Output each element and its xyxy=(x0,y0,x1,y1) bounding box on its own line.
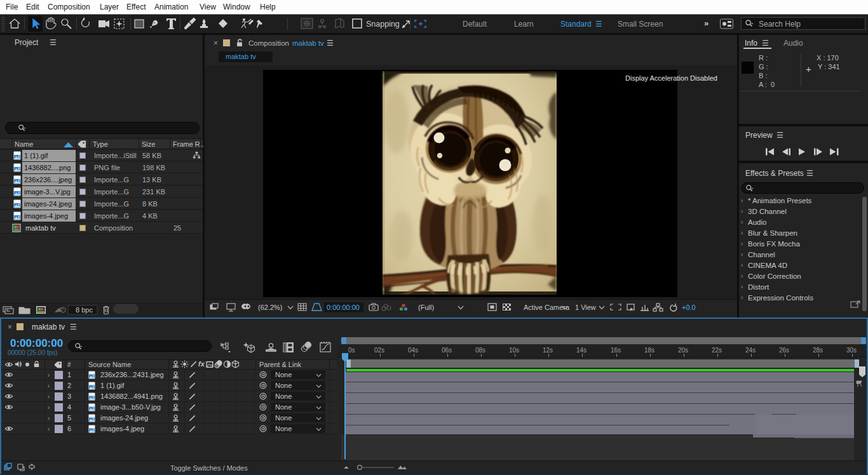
svg-text:(62.2%): (62.2%) xyxy=(258,304,283,311)
svg-text:(Full): (Full) xyxy=(418,304,434,311)
svg-text:1 View: 1 View xyxy=(575,304,596,311)
svg-text:8 bpc: 8 bpc xyxy=(76,306,93,314)
svg-text:+0.0: +0.0 xyxy=(682,304,696,311)
svg-text:0:00:00:00: 0:00:00:00 xyxy=(327,304,360,311)
svg-text:Snapping: Snapping xyxy=(366,20,400,29)
